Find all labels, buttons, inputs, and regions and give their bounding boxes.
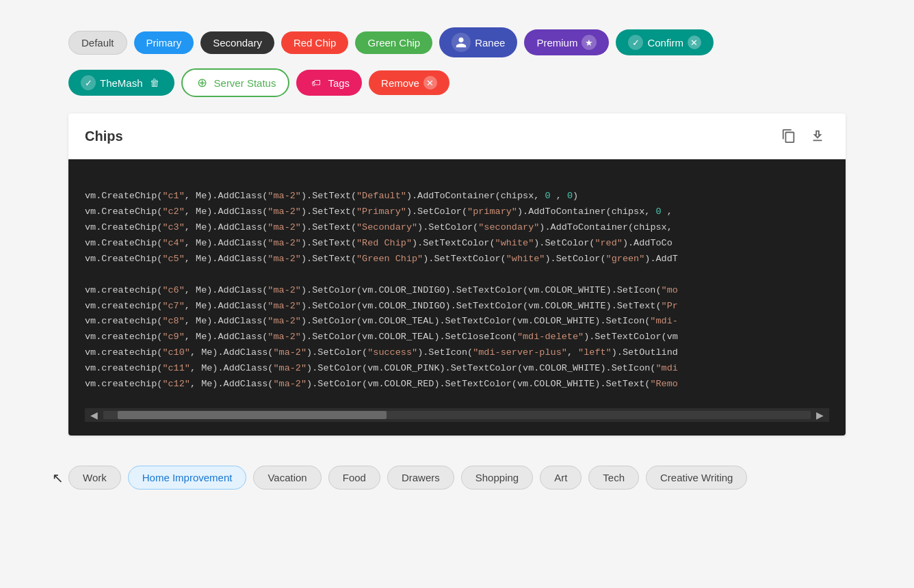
- chip-server-status[interactable]: ⊕ Server Status: [181, 68, 290, 97]
- chip-themash-label: TheMash: [100, 77, 143, 89]
- main-content: Default Primary Secondary Red Chip Green…: [0, 0, 914, 524]
- close-icon-remove[interactable]: ✕: [423, 76, 437, 90]
- chip-green-label: Green Chip: [367, 37, 420, 49]
- chip-primary-label: Primary: [146, 37, 182, 49]
- check-icon: ✓: [628, 35, 643, 50]
- chip-ranee-label: Ranee: [475, 37, 505, 49]
- tag-drawers[interactable]: Drawers: [387, 466, 454, 490]
- chip-themash[interactable]: ✓ TheMash 🗑: [68, 70, 174, 96]
- tag-food-label: Food: [343, 472, 366, 483]
- tag-shopping[interactable]: Shopping: [461, 466, 533, 490]
- chip-remove[interactable]: Remove ✕: [369, 70, 449, 95]
- bookmark-icon: 🏷: [309, 75, 324, 90]
- chip-tags[interactable]: 🏷 Tags: [296, 70, 362, 96]
- check-icon-2: ✓: [81, 75, 96, 90]
- tag-creative-writing-label: Creative Writing: [660, 472, 733, 483]
- chip-ranee[interactable]: Ranee: [439, 27, 517, 57]
- tag-vacation-label: Vacation: [267, 472, 306, 483]
- chip-primary[interactable]: Primary: [134, 31, 194, 54]
- tag-art-label: Art: [554, 472, 567, 483]
- code-block[interactable]: vm.CreateChip("c1", Me).AddClass("ma-2")…: [85, 173, 829, 408]
- chip-secondary[interactable]: Secondary: [200, 31, 274, 54]
- trash-icon[interactable]: 🗑: [147, 75, 162, 90]
- chip-tags-label: Tags: [328, 77, 350, 89]
- code-card-header: Chips: [68, 113, 846, 159]
- scrollbar-track[interactable]: [103, 411, 811, 419]
- bottom-tags-row: ↖ Work Home Improvement Vacation Food Dr…: [68, 452, 846, 496]
- tag-art[interactable]: Art: [540, 466, 582, 490]
- chip-server-label: Server Status: [214, 77, 276, 89]
- chip-default[interactable]: Default: [68, 31, 127, 55]
- chip-premium-label: Premium: [536, 37, 577, 49]
- tag-creative-writing[interactable]: Creative Writing: [646, 466, 747, 490]
- tag-food[interactable]: Food: [328, 466, 380, 490]
- tag-tech[interactable]: Tech: [588, 466, 639, 490]
- person-icon: [452, 33, 471, 52]
- chip-red[interactable]: Red Chip: [281, 31, 349, 54]
- code-card-title: Chips: [85, 129, 123, 144]
- star-icon: ★: [582, 35, 597, 50]
- tag-work-label: Work: [83, 472, 107, 483]
- chip-premium[interactable]: Premium ★: [524, 29, 609, 55]
- tag-work[interactable]: Work: [68, 466, 121, 490]
- chip-row-1: Default Primary Secondary Red Chip Green…: [68, 27, 846, 57]
- copy-button[interactable]: [777, 124, 800, 148]
- chip-secondary-label: Secondary: [213, 37, 262, 49]
- chip-confirm-label: Confirm: [647, 37, 683, 49]
- chip-default-label: Default: [81, 37, 114, 49]
- cursor-icon: ↖: [52, 470, 64, 486]
- chip-red-label: Red Chip: [293, 37, 337, 49]
- code-scrollbar[interactable]: ◀ ▶: [85, 408, 829, 422]
- scroll-left-arrow[interactable]: ◀: [85, 410, 103, 420]
- code-block-wrapper: vm.CreateChip("c1", Me).AddClass("ma-2")…: [68, 159, 846, 436]
- chip-confirm[interactable]: ✓ Confirm ✕: [616, 29, 714, 55]
- chip-green[interactable]: Green Chip: [355, 31, 432, 54]
- tag-vacation[interactable]: Vacation: [253, 466, 321, 490]
- tag-shopping-label: Shopping: [475, 472, 519, 483]
- tag-home-improvement[interactable]: Home Improvement: [128, 466, 247, 490]
- scrollbar-thumb[interactable]: [118, 411, 387, 419]
- chip-row-2: ✓ TheMash 🗑 ⊕ Server Status 🏷 Tags Remov…: [68, 68, 846, 97]
- tag-tech-label: Tech: [603, 472, 625, 483]
- scroll-right-arrow[interactable]: ▶: [811, 410, 829, 420]
- chip-remove-label: Remove: [381, 77, 419, 89]
- code-card: Chips vm.CreateChip("c1", Me).AddClass("…: [68, 113, 846, 436]
- server-plus-icon: ⊕: [195, 75, 210, 90]
- download-button[interactable]: [806, 124, 829, 148]
- code-card-actions: [777, 124, 829, 148]
- tag-drawers-label: Drawers: [402, 472, 440, 483]
- tag-home-label: Home Improvement: [142, 472, 233, 483]
- close-icon[interactable]: ✕: [688, 36, 701, 49]
